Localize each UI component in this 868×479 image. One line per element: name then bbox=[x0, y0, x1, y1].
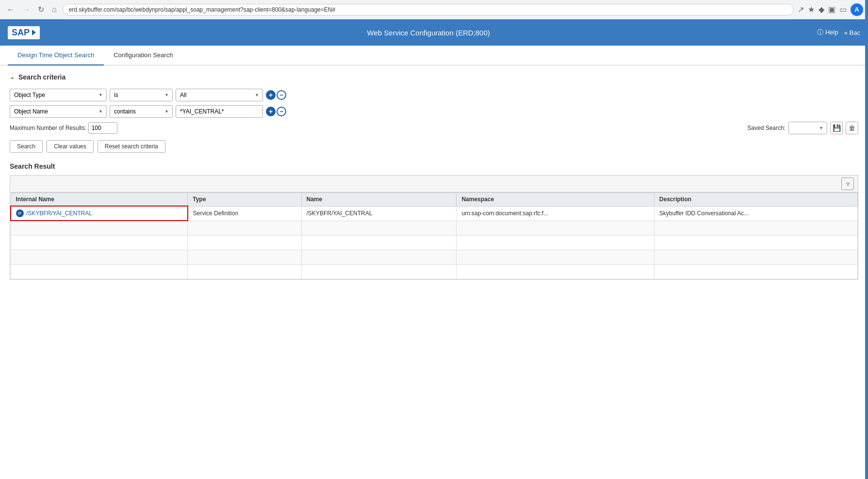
result-section: Search Result ▿ Internal Name Type Name … bbox=[10, 162, 858, 280]
condition-select-wrapper-1: is bbox=[110, 89, 173, 101]
cell-description: Skybuffer IDD Conversational Ac... bbox=[654, 206, 857, 221]
col-header-name: Name bbox=[301, 193, 457, 207]
url-text: erd.skybuffer.com/sap/bc/webdynpro/sap/a… bbox=[69, 6, 787, 13]
service-icon: ⟳ bbox=[16, 209, 24, 217]
field-select-wrapper-1: Object Type Object Name Namespace Descri… bbox=[10, 89, 107, 101]
tab-design-time[interactable]: Design Time Object Search bbox=[8, 46, 104, 65]
col-header-description: Description bbox=[654, 193, 857, 207]
add-remove-1: + − bbox=[266, 90, 286, 100]
criteria-row-1: Object Type Object Name Namespace Descri… bbox=[10, 89, 858, 101]
extension-icon[interactable]: ◆ bbox=[819, 5, 824, 14]
sap-logo: SAP bbox=[8, 26, 40, 39]
header-actions: ⓘ Help « Bac bbox=[817, 28, 860, 37]
value-select-1[interactable]: All Service Definition Service Binding bbox=[176, 89, 263, 101]
remove-row-btn-1[interactable]: − bbox=[277, 90, 286, 100]
address-bar[interactable]: erd.skybuffer.com/sap/bc/webdynpro/sap/a… bbox=[63, 4, 794, 16]
result-table-wrapper: ▿ Internal Name Type Name Namespace Desc… bbox=[10, 175, 858, 280]
criteria-row-2: Object Name Object Type Namespace Descri… bbox=[10, 105, 858, 118]
value-select-wrapper-1: All Service Definition Service Binding bbox=[176, 89, 263, 101]
table-row-empty bbox=[11, 221, 858, 235]
table-row-empty bbox=[11, 264, 858, 279]
help-link[interactable]: ⓘ Help bbox=[817, 28, 838, 37]
add-row-btn-1[interactable]: + bbox=[266, 90, 276, 100]
filter-icon-btn[interactable]: ▿ bbox=[841, 177, 854, 190]
field-select-2[interactable]: Object Name Object Type Namespace Descri… bbox=[10, 105, 107, 118]
blue-bar bbox=[865, 0, 868, 287]
saved-search-label: Saved Search: bbox=[747, 125, 786, 131]
main-content: ⌄ Search criteria Object Type Object Nam… bbox=[0, 65, 868, 287]
puzzle-icon[interactable]: ▣ bbox=[828, 5, 835, 14]
save-search-btn[interactable]: 💾 bbox=[830, 122, 843, 134]
saved-search-select[interactable] bbox=[788, 122, 827, 134]
chevron-left-icon: « bbox=[844, 29, 848, 36]
cell-name: /SKYBFR/YAI_CENTRAL bbox=[301, 206, 457, 221]
result-toolbar: ▿ bbox=[10, 176, 858, 192]
max-results-input[interactable] bbox=[88, 122, 117, 134]
search-criteria-title: Search criteria bbox=[18, 73, 66, 81]
browser-icons: ↗ ★ ◆ ▣ ▭ A bbox=[798, 3, 863, 16]
tablet-icon[interactable]: ▭ bbox=[839, 5, 847, 14]
collapse-icon[interactable]: ⌄ bbox=[10, 74, 15, 80]
col-header-internal-name: Internal Name bbox=[11, 193, 188, 207]
share-icon[interactable]: ↗ bbox=[798, 5, 804, 14]
tab-configuration[interactable]: Configuration Search bbox=[104, 46, 182, 65]
bookmark-icon[interactable]: ★ bbox=[808, 5, 815, 14]
col-header-namespace: Namespace bbox=[457, 193, 654, 207]
field-select-wrapper-2: Object Name Object Type Namespace Descri… bbox=[10, 105, 107, 118]
page-title: Web Service Configuration (ERD;800) bbox=[40, 29, 817, 37]
avatar[interactable]: A bbox=[851, 3, 863, 16]
condition-select-2[interactable]: contains is starts with ends with bbox=[110, 105, 173, 118]
table-row-empty bbox=[11, 235, 858, 250]
cell-type: Service Definition bbox=[188, 206, 301, 221]
remove-row-btn-2[interactable]: − bbox=[277, 107, 286, 116]
condition-select-1[interactable]: is bbox=[110, 89, 173, 101]
sap-logo-triangle bbox=[32, 30, 36, 35]
reset-button[interactable]: Reset search criteria bbox=[98, 140, 165, 153]
value-input-2[interactable] bbox=[176, 105, 263, 118]
home-button[interactable]: ⌂ bbox=[50, 4, 59, 15]
max-results-row: Maximum Number of Results: Saved Search:… bbox=[10, 122, 858, 134]
search-criteria-header: ⌄ Search criteria bbox=[10, 73, 858, 81]
back-link[interactable]: « Bac bbox=[844, 29, 860, 36]
delete-search-btn[interactable]: 🗑 bbox=[846, 122, 858, 134]
sap-header: SAP Web Service Configuration (ERD;800) … bbox=[0, 19, 868, 46]
field-select-1[interactable]: Object Type Object Name Namespace Descri… bbox=[10, 89, 107, 101]
max-results-label: Maximum Number of Results: bbox=[10, 125, 86, 131]
back-button[interactable]: ← bbox=[5, 4, 16, 15]
col-header-type: Type bbox=[188, 193, 301, 207]
table-row: ⟳/SKYBFR/YAI_CENTRALService Definition/S… bbox=[11, 206, 858, 221]
cell-namespace: urn:sap-com:document:sap:rfc:f... bbox=[457, 206, 654, 221]
forward-button[interactable]: → bbox=[20, 4, 32, 15]
action-buttons: Search Clear values Reset search criteri… bbox=[10, 140, 858, 153]
add-remove-2: + − bbox=[266, 107, 286, 116]
cell-internal-name: ⟳/SKYBFR/YAI_CENTRAL bbox=[11, 206, 188, 221]
table-header-row: Internal Name Type Name Namespace Descri… bbox=[11, 193, 858, 207]
saved-search-select-wrapper bbox=[788, 122, 827, 134]
result-title: Search Result bbox=[10, 162, 858, 170]
question-icon: ⓘ bbox=[817, 29, 823, 36]
add-row-btn-2[interactable]: + bbox=[266, 107, 276, 116]
table-row-empty bbox=[11, 250, 858, 264]
saved-search-row: Saved Search: 💾 🗑 bbox=[747, 122, 858, 134]
internal-name-link[interactable]: ⟳/SKYBFR/YAI_CENTRAL bbox=[16, 209, 182, 217]
reload-button[interactable]: ↻ bbox=[36, 4, 46, 15]
search-button[interactable]: Search bbox=[10, 140, 43, 153]
tab-bar: Design Time Object Search Configuration … bbox=[0, 46, 868, 65]
result-table: Internal Name Type Name Namespace Descri… bbox=[10, 192, 858, 279]
clear-button[interactable]: Clear values bbox=[47, 140, 94, 153]
condition-select-wrapper-2: contains is starts with ends with bbox=[110, 105, 173, 118]
browser-chrome: ← → ↻ ⌂ erd.skybuffer.com/sap/bc/webdynp… bbox=[0, 0, 868, 19]
